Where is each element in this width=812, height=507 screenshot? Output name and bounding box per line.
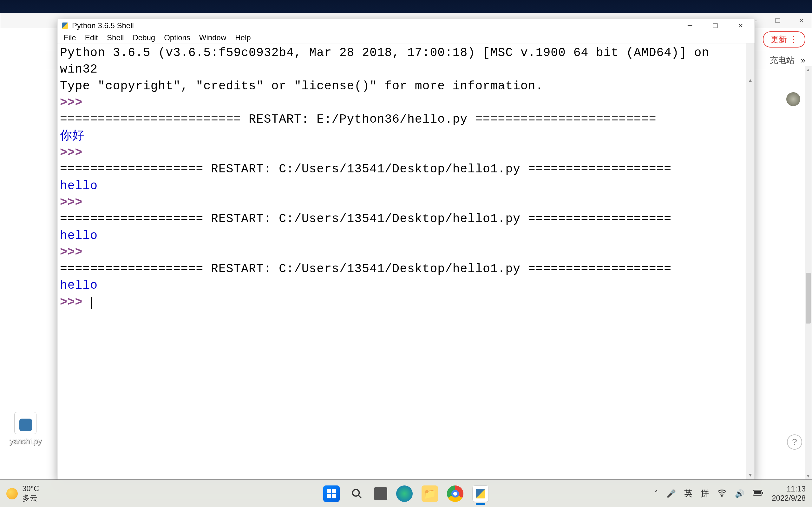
svg-point-6 [722,495,722,496]
restart-line: =================== RESTART: C:/Users/13… [60,262,671,276]
avatar[interactable] [786,92,800,106]
edge-browser-button[interactable] [396,486,413,502]
kebab-icon: ⋮ [790,35,798,44]
start-button[interactable] [323,486,340,502]
chevron-up-icon[interactable]: ˄ [654,489,658,498]
search-icon [351,488,362,499]
prompt: >>> [60,96,90,109]
close-button[interactable]: ✕ [728,19,753,32]
menu-help[interactable]: Help [231,32,254,43]
desktop-icon-label: yanshi.py [6,437,44,446]
maximize-button[interactable]: ☐ [703,19,728,32]
svg-rect-2 [327,494,331,498]
restart-line: ======================== RESTART: E:/Pyt… [60,112,657,126]
svg-rect-0 [327,489,331,493]
prompt: >>> [60,245,90,259]
svg-line-5 [358,495,361,498]
bg-maximize-button[interactable]: ☐ [770,15,785,26]
sun-icon [6,488,18,499]
svg-point-4 [353,489,359,496]
restart-line: =================== RESTART: C:/Users/13… [60,162,671,176]
idle-shell-window: Python 3.6.5 Shell ─ ☐ ✕ File Edit Shell… [57,19,755,480]
output-line: 你好 [60,129,85,143]
output-line: hello [60,179,98,193]
wifi-icon[interactable] [717,488,727,499]
menu-file[interactable]: File [60,32,80,43]
help-button[interactable]: ? [787,435,802,450]
shell-text-area[interactable]: Python 3.6.5 (v3.6.5:f59c0932b4, Mar 28 … [57,43,755,480]
task-view-button[interactable] [374,487,387,500]
chrome-button[interactable] [447,486,463,502]
desktop-file-icon[interactable]: yanshi.py [6,412,44,446]
prompt: >>> [60,195,90,209]
svg-rect-8 [762,492,763,494]
output-line: hello [60,279,98,292]
microphone-icon[interactable]: 🎤 [666,489,676,498]
file-explorer-button[interactable]: 📁 [421,486,438,502]
restart-line: =================== RESTART: C:/Users/13… [60,212,671,226]
minimize-button[interactable]: ─ [677,19,703,32]
search-button[interactable] [349,486,365,502]
bg-close-button[interactable]: ✕ [794,15,809,26]
menu-debug[interactable]: Debug [129,32,159,43]
menu-window[interactable]: Window [195,32,230,43]
windows-icon [326,488,337,499]
window-title: Python 3.6.5 Shell [72,21,677,30]
update-label: 更新 [770,34,787,45]
scroll-down-icon[interactable]: ▼ [746,471,755,480]
scroll-thumb[interactable] [806,273,811,324]
ime-language[interactable]: 英 [684,488,693,499]
update-button[interactable]: 更新 ⋮ [763,32,805,48]
folder-icon: 📁 [423,488,436,500]
battery-icon[interactable] [753,489,763,498]
menu-options[interactable]: Options [160,32,194,43]
weather-text: 多云 [22,493,39,503]
scroll-down-icon[interactable]: ▼ [805,472,812,480]
temperature: 30°C [22,484,39,493]
banner-line: Python 3.6.5 (v3.6.5:f59c0932b4, Mar 28 … [60,46,717,76]
scroll-up-icon[interactable]: ▲ [805,66,812,73]
python-icon [61,22,69,30]
weather-widget[interactable]: 30°C 多云 [6,484,39,503]
idle-taskbar-button[interactable] [472,486,489,502]
title-bar[interactable]: Python 3.6.5 Shell ─ ☐ ✕ [57,19,755,32]
volume-icon[interactable]: 🔊 [735,489,745,498]
menu-edit[interactable]: Edit [81,32,102,43]
svg-rect-3 [332,494,336,498]
svg-rect-9 [754,491,761,494]
idle-scrollbar[interactable]: ▲ ▼ [746,43,755,480]
text-cursor [91,297,92,309]
python-file-icon [14,412,37,434]
taskbar: 30°C 多云 📁 ˄ 🎤 英 拼 🔊 11:13 2022/9/ [0,480,812,507]
prompt: >>> [60,146,90,159]
time: 11:13 [772,485,806,494]
more-chevron-icon[interactable]: » [801,55,805,65]
output-line: hello [60,229,98,242]
date: 2022/9/28 [772,494,806,503]
menu-bar: File Edit Shell Debug Options Window Hel… [57,32,755,43]
banner-line: Type "copyright", "credits" or "license(… [60,79,543,93]
menu-shell[interactable]: Shell [103,32,128,43]
ime-mode[interactable]: 拼 [701,488,709,499]
scroll-up-icon[interactable]: ▲ [746,77,755,85]
charging-station-link[interactable]: 充电站 [770,55,795,66]
bg-scrollbar[interactable]: ▲ ▼ [805,66,812,480]
prompt: >>> [60,295,90,309]
svg-rect-1 [332,489,336,493]
clock[interactable]: 11:13 2022/9/28 [772,485,806,503]
